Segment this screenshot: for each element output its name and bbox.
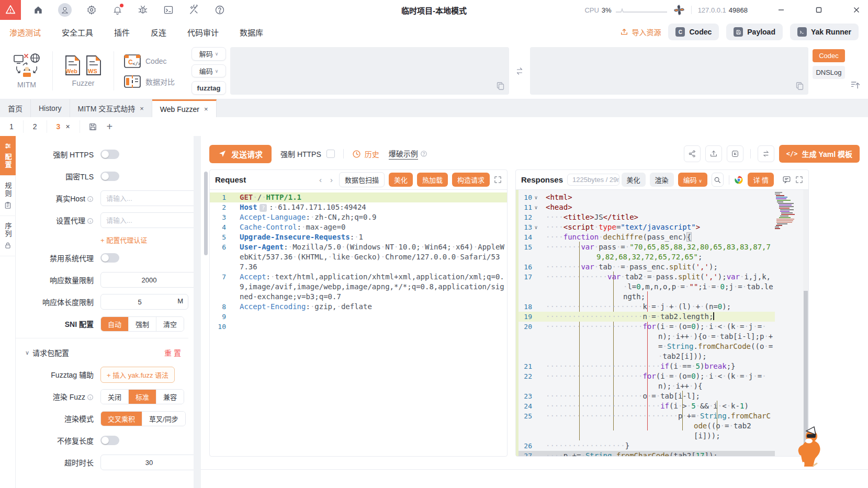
segment-option[interactable]: 清空 [156, 317, 184, 331]
code-line[interactable]: 18······················k·=·j·+·(l)·+·(n… [516, 302, 775, 312]
fullscreen-icon[interactable] [494, 176, 502, 184]
code-line[interactable]: 22······················for(i·=·(o=0);·i… [516, 371, 775, 391]
page-tab[interactable]: 首页 [0, 99, 31, 117]
menu-item[interactable]: 数据库 [240, 27, 263, 38]
resp-encode-dropdown[interactable]: 编码 ∨ [678, 173, 707, 187]
mitm-tool[interactable]: MITM [5, 47, 48, 95]
code-line[interactable]: 21··························if(i·==·5)br… [516, 361, 775, 371]
code-line[interactable]: 7Accept:·text/html,application/xhtml+xml… [210, 272, 507, 302]
generate-yaml-button[interactable]: </> 生成 Yaml 模板 [779, 145, 860, 163]
code-line[interactable]: 3Accept-Language:·zh-CN,zh;q=0.9 [210, 212, 507, 222]
menu-item[interactable]: 渗透测试 [9, 27, 41, 38]
import-resources-link[interactable]: 导入资源 [620, 27, 661, 37]
copy-icon[interactable] [497, 82, 504, 90]
segment-option[interactable]: 关闭 [101, 390, 129, 404]
code-line[interactable]: 16········var·tab··=·pass_enc.split(',')… [516, 262, 775, 272]
code-line[interactable]: 15········var·pass·=·"70,65,85,88,32,80,… [516, 242, 775, 262]
menu-item[interactable]: 安全工具 [62, 27, 93, 38]
real-host-input[interactable] [100, 190, 194, 206]
page-tab[interactable]: Web Fuzzer× [152, 99, 217, 117]
send-request-button[interactable]: 发送请求 [209, 145, 272, 163]
next-arrow[interactable]: › [328, 175, 335, 184]
segment-option[interactable]: 自动 [101, 317, 129, 331]
search-button[interactable] [712, 173, 724, 187]
close-button[interactable] [852, 6, 861, 14]
bug-icon[interactable] [137, 4, 149, 16]
dnslog-tab[interactable]: DNSLog [813, 66, 845, 79]
code-line[interactable]: 6User-Agent:·Mozilla/5.0·(Windows·NT·10.… [210, 242, 507, 272]
share-button[interactable] [684, 145, 701, 162]
close-tab-icon[interactable]: × [65, 122, 70, 131]
request-editor[interactable]: 1GET·/·HTTP/1.12Host?:·61.147.171.105:49… [210, 190, 507, 456]
no-fix-length-toggle[interactable] [100, 436, 119, 445]
code-line[interactable]: 23······················o·=·tab[i-l]; [516, 391, 775, 401]
code-line[interactable]: 1GET·/·HTTP/1.1 [210, 192, 507, 202]
code-line[interactable]: 19······················n·=·tab2.length; [516, 312, 775, 322]
gmtls-toggle[interactable] [100, 172, 119, 181]
code-line[interactable]: 10∨<html> [516, 192, 775, 202]
segment-option[interactable]: 标准 [129, 390, 156, 404]
packet-scan-button[interactable]: 数据包扫描 [339, 172, 385, 187]
swap-request-button[interactable] [758, 145, 774, 162]
force-https-checkbox[interactable] [326, 150, 335, 158]
blasting-example-link[interactable]: 爆破示例 [389, 148, 427, 160]
segment-option[interactable]: 草叉/同步 [142, 412, 185, 426]
open-in-chrome-icon[interactable] [734, 175, 743, 185]
fullscreen-icon[interactable] [795, 176, 803, 184]
encode-dropdown[interactable]: 编码∨ [191, 64, 226, 78]
build-request-button[interactable]: 构造请求 [452, 173, 490, 187]
export-button[interactable] [705, 145, 722, 162]
codec-input-textarea[interactable] [230, 47, 509, 95]
close-tab-icon[interactable]: × [140, 105, 144, 112]
resp-size-input[interactable] [100, 294, 188, 310]
payload-quick-button[interactable]: Payload [726, 24, 783, 40]
close-tab-icon[interactable]: × [204, 105, 208, 113]
insert-yakfuzz-button[interactable]: + 插入 yak.fuzz 语法 [100, 367, 175, 383]
code-line[interactable]: 25······························p·+=·Str… [516, 411, 775, 441]
minimize-button[interactable] [777, 6, 785, 14]
response-editor[interactable]: 10∨<html>11∨<head>12····<title>JS</title… [516, 190, 808, 456]
resp-beautify-button[interactable]: 美化 [622, 173, 646, 187]
resp-count-input[interactable] [100, 272, 194, 288]
swap-arrows-icon[interactable] [513, 47, 526, 95]
code-line[interactable]: 13∨····<script·type="text/javascript"> [516, 222, 775, 232]
code-line[interactable]: 11∨<head> [516, 202, 775, 212]
code-line[interactable]: 8Accept-Encoding:·gzip,·deflate [210, 302, 507, 312]
import-edit-button[interactable] [727, 145, 743, 162]
tools-icon[interactable] [188, 4, 200, 16]
app-logo[interactable] [0, 0, 21, 20]
segment-option[interactable]: 强制 [129, 317, 156, 331]
code-line[interactable]: 14····function·dechiffre(pass_enc){ [516, 232, 775, 242]
code-line[interactable]: 20······················for(i·=·(o=0);·i… [516, 322, 775, 361]
collapse-sort-icon[interactable] [850, 80, 861, 90]
code-line[interactable]: 10 [210, 322, 507, 332]
help-icon[interactable] [214, 4, 226, 16]
sidebar-tab-rules[interactable]: 规则 [0, 176, 16, 216]
force-https-toggle[interactable] [100, 150, 119, 159]
sidebar-tab-config[interactable]: 配置 [0, 136, 16, 176]
page-tab[interactable]: MITM 交互式劫持× [70, 99, 152, 117]
code-line[interactable]: 9 [210, 312, 507, 322]
disable-sys-proxy-toggle[interactable] [100, 253, 119, 263]
codec-tool[interactable]: C </> Codec [123, 54, 187, 69]
avatar[interactable] [58, 3, 72, 17]
resp-render-button[interactable]: 渲染 [650, 173, 674, 187]
sidebar-tab-sequence[interactable]: 序列 [0, 216, 16, 256]
menu-item[interactable]: 代码审计 [187, 27, 219, 38]
fuzzer-tool[interactable]: Web WS Fuzzer [57, 47, 109, 95]
fuzzer-subtab[interactable]: 1 [0, 120, 24, 133]
menu-item[interactable]: 反连 [151, 27, 166, 38]
code-line[interactable]: 5Upgrade-Insecure-Requests:·1 [210, 232, 507, 242]
notifications-bell-icon[interactable] [111, 4, 123, 16]
history-button[interactable]: 历史 [352, 149, 379, 159]
decode-dropdown[interactable]: 解码∨ [191, 47, 226, 61]
home-icon[interactable] [32, 4, 44, 16]
proxy-input[interactable] [100, 212, 194, 228]
configure-proxy-auth-link[interactable]: + 配置代理认证 [100, 235, 147, 245]
page-tab[interactable]: History [31, 99, 70, 117]
code-line[interactable]: 12····<title>JS</title> [516, 212, 775, 222]
fold-chevron-icon[interactable]: ∨ [532, 192, 540, 202]
panel-resizer[interactable] [194, 136, 201, 488]
fuzztag-button[interactable]: fuzztag [191, 81, 226, 95]
settings-gear-icon[interactable] [86, 4, 97, 16]
